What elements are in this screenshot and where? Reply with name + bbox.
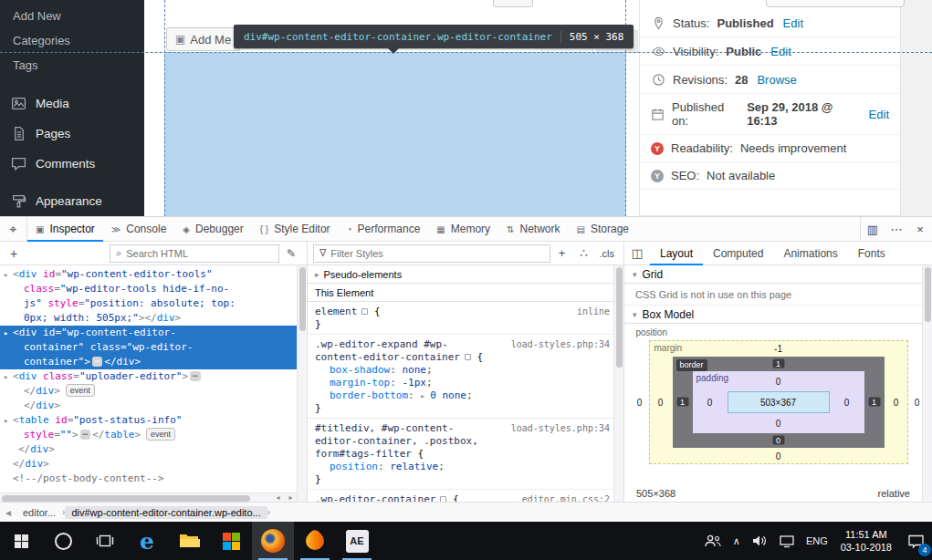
tab-animations[interactable]: Animations [773,242,847,264]
expand-icon[interactable]: ▸ [420,391,430,400]
sidebar-item-add-new[interactable]: Add New [0,4,144,28]
vscroll-thumb[interactable] [925,267,931,322]
filter-styles-input[interactable] [330,248,543,259]
margin-right-value[interactable]: 0 [894,398,899,408]
tab-console[interactable]: ≫Console [103,217,175,241]
grid-section-header[interactable]: ▾ Grid [624,265,932,284]
markup-vscrollbar[interactable] [297,265,307,503]
markup-line[interactable]: </div> [0,399,307,413]
markup-line[interactable]: 0px; width: 505px;"></div> [0,311,307,326]
markup-line[interactable]: ▸<div id="wp-content-editor- [0,326,307,340]
padding-left-value[interactable]: 0 [707,398,713,408]
twisty-icon[interactable]: ▸ [4,369,13,384]
element-picker-button[interactable] [0,217,27,241]
taskbar-clock[interactable]: 11:51 AM 03-10-2018 [833,522,899,560]
tab-inspector[interactable]: ▣Inspector [27,217,103,241]
edge-button[interactable]: e [126,522,168,560]
action-center-button[interactable]: 4 [899,522,932,560]
padding-top-value[interactable]: 0 [776,377,781,387]
tab-network[interactable]: ⇅Network [498,217,568,241]
tab-fonts[interactable]: Fonts [848,242,895,264]
event-badge[interactable]: event [146,428,175,441]
rule-selector[interactable]: form#tags-filter { [308,448,623,461]
layout-vscrollbar[interactable] [922,265,932,503]
margin-top-value[interactable]: -1 [774,344,782,354]
event-badge[interactable]: event [66,384,95,397]
twisty-icon[interactable]: ▸ [4,267,13,282]
tab-memory[interactable]: ▦Memory [428,217,498,241]
collapsed-content-icon[interactable]: ⋯ [92,357,102,367]
css-declaration[interactable]: border-bottom: ▸ 0 none; [308,389,623,402]
markup-line[interactable]: </div> [0,457,307,472]
margin-bottom-value[interactable]: 0 [776,451,781,461]
devtools-close-button[interactable] [908,217,932,241]
firefox-button[interactable] [252,522,294,560]
margin-left-value[interactable]: 0 [658,398,664,408]
sidebar-item-media[interactable]: Media [0,88,144,119]
css-declaration[interactable]: box-shadow: none; [308,364,623,377]
people-button[interactable] [698,522,728,560]
markup-line[interactable]: ▸<table id="post-status-info" [0,413,307,428]
position-left-value[interactable]: 0 [637,398,643,408]
box-model-content[interactable]: 503×367 [728,391,830,413]
markup-line[interactable]: </div>event [0,384,307,399]
stylesheet-link[interactable]: load-styles.php:34 [511,422,610,435]
devtools-menu-button[interactable] [885,217,908,241]
pseudo-elements-header[interactable]: ▸Pseudo-elements [308,265,623,284]
markup-line[interactable]: </div> [0,442,307,457]
add-rule-button[interactable] [552,246,572,260]
border-bottom-value[interactable]: 0 [772,436,784,445]
markup-line[interactable]: container" class="wp-editor- [0,340,307,355]
tab-layout[interactable]: Layout [650,242,703,264]
markup-line[interactable]: <!--/post-body-content--> [0,472,307,486]
responsive-mode-button[interactable] [861,217,885,241]
preview-changes-button[interactable] [766,0,905,7]
rule-selector[interactable]: #titlediv, #wp-content-load-styles.php:3… [308,422,623,435]
markup-line[interactable]: container">⋯</div> [0,355,307,369]
stylesheet-link[interactable]: inline [577,306,610,318]
tab-performance[interactable]: ◔Performance [339,217,429,241]
position-right-value[interactable]: 0 [915,398,920,408]
toggle-panes-button[interactable] [624,242,650,264]
search-html-input[interactable] [126,248,273,259]
collapsed-content-icon[interactable]: ⋯ [80,430,90,440]
volume-button[interactable] [746,522,773,560]
twisty-icon[interactable]: ▸ [4,413,13,428]
markup-line[interactable]: ▸<div id="wp-content-editor-tools" [0,267,307,282]
border-left-value[interactable]: 1 [676,398,688,407]
markup-line[interactable]: ▸<div class="uploader-editor">⋯ [0,369,307,384]
task-view-button[interactable] [84,522,126,560]
pseudo-class-button[interactable] [574,246,594,260]
add-media-button[interactable]: Add Me [166,27,240,51]
twisty-icon[interactable]: ▸ [4,326,13,340]
border-top-value[interactable]: 1 [772,359,784,368]
rules-vscrollbar[interactable] [613,265,623,503]
vscroll-thumb[interactable] [616,267,623,368]
start-button[interactable] [0,522,42,560]
vscroll-thumb[interactable] [299,267,306,331]
sidebar-item-pages[interactable]: Pages [0,119,144,149]
eyedropper-button[interactable] [279,247,303,260]
markup-line[interactable]: class="wp-editor-tools hide-if-no- [0,282,307,296]
selector-highlight-icon[interactable] [465,354,471,360]
tab-computed[interactable]: Computed [703,242,773,264]
store-button[interactable] [210,522,252,560]
tab-debugger[interactable]: ◈Debugger [174,217,251,241]
stylesheet-link[interactable]: load-styles.php:34 [511,338,610,351]
sidebar-item-appearance[interactable]: Appearance [0,186,144,216]
language-indicator[interactable]: ENG [801,522,833,560]
rule-selector[interactable]: editor-container, .postbox, [308,435,623,448]
markup-line[interactable]: style="">⋯</table>event [0,428,307,442]
edit-link[interactable]: Edit [783,16,803,30]
add-node-button[interactable] [4,246,24,261]
class-panel-button[interactable]: .cls [596,248,619,259]
file-explorer-button[interactable] [168,522,210,560]
tab-style-editor[interactable]: { }Style Editor [252,217,339,241]
browse-link[interactable]: Browse [757,73,796,87]
rule-selector[interactable]: element {inline [308,306,623,318]
breadcrumb-item[interactable]: div#wp-content-editor-container.wp-edito… [65,506,267,519]
sidebar-item-categories[interactable]: Categories [0,28,144,53]
sidebar-item-comments[interactable]: Comments [0,149,144,179]
markup-line[interactable]: js" style="position: absolute; top: [0,296,307,311]
css-declaration[interactable]: position: relative; [308,461,623,473]
